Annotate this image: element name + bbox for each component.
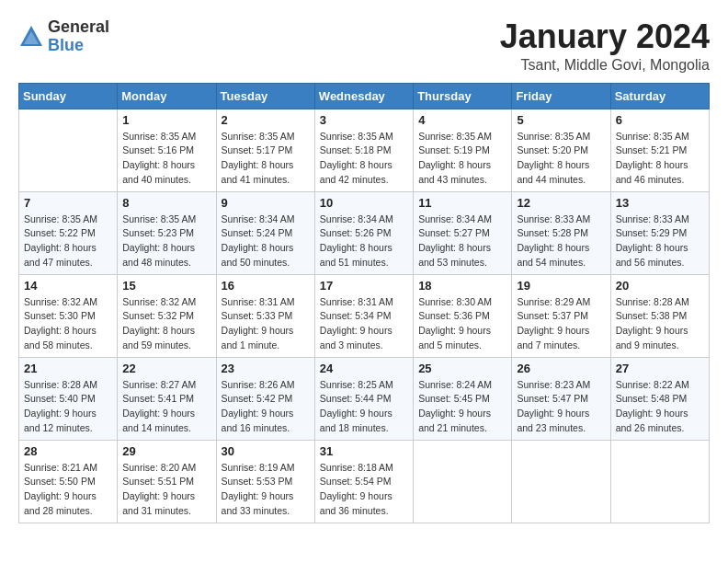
day-number: 10 (320, 196, 408, 210)
day-number: 29 (122, 444, 210, 458)
day-number: 20 (616, 279, 704, 293)
day-number: 9 (222, 196, 310, 210)
header-wednesday: Wednesday (314, 83, 413, 109)
day-cell: 5Sunrise: 8:35 AMSunset: 5:20 PMDaylight… (512, 109, 610, 191)
header-sunday: Sunday (19, 83, 118, 109)
day-cell: 14Sunrise: 8:32 AMSunset: 5:30 PMDayligh… (19, 274, 118, 357)
day-cell: 20Sunrise: 8:28 AMSunset: 5:38 PMDayligh… (610, 274, 709, 357)
day-number: 15 (122, 279, 210, 293)
day-number: 31 (320, 444, 408, 458)
header-friday: Friday (512, 83, 610, 109)
day-number: 5 (517, 113, 605, 127)
day-number: 7 (24, 196, 112, 210)
day-cell (19, 109, 118, 191)
header-monday: Monday (118, 83, 216, 109)
day-info: Sunrise: 8:35 AMSunset: 5:20 PMDaylight:… (517, 130, 605, 188)
day-cell: 25Sunrise: 8:24 AMSunset: 5:45 PMDayligh… (414, 357, 512, 440)
day-number: 24 (320, 362, 408, 375)
day-cell: 12Sunrise: 8:33 AMSunset: 5:28 PMDayligh… (512, 191, 610, 274)
day-number: 27 (616, 362, 704, 375)
day-number: 16 (222, 279, 310, 293)
day-number: 14 (24, 279, 112, 293)
logo: General Blue (18, 18, 109, 55)
day-info: Sunrise: 8:27 AMSunset: 5:41 PMDaylight:… (122, 378, 210, 436)
day-cell: 27Sunrise: 8:22 AMSunset: 5:48 PMDayligh… (610, 357, 709, 440)
day-cell (414, 440, 512, 523)
calendar-title: January 2024 (500, 18, 710, 55)
day-cell: 28Sunrise: 8:21 AMSunset: 5:50 PMDayligh… (19, 440, 118, 523)
day-info: Sunrise: 8:25 AMSunset: 5:44 PMDaylight:… (320, 378, 408, 436)
day-info: Sunrise: 8:35 AMSunset: 5:16 PMDaylight:… (122, 130, 210, 188)
day-info: Sunrise: 8:19 AMSunset: 5:53 PMDaylight:… (222, 461, 310, 519)
day-cell: 6Sunrise: 8:35 AMSunset: 5:21 PMDaylight… (610, 109, 709, 191)
day-number: 30 (222, 444, 310, 458)
day-info: Sunrise: 8:31 AMSunset: 5:34 PMDaylight:… (320, 295, 408, 353)
day-number: 21 (24, 362, 112, 375)
day-info: Sunrise: 8:34 AMSunset: 5:24 PMDaylight:… (222, 213, 310, 270)
day-cell: 18Sunrise: 8:30 AMSunset: 5:36 PMDayligh… (414, 274, 512, 357)
day-cell: 19Sunrise: 8:29 AMSunset: 5:37 PMDayligh… (512, 274, 610, 357)
day-number: 17 (320, 279, 408, 293)
day-info: Sunrise: 8:28 AMSunset: 5:40 PMDaylight:… (24, 378, 112, 436)
day-cell: 1Sunrise: 8:35 AMSunset: 5:16 PMDaylight… (118, 109, 216, 191)
day-number: 3 (320, 113, 408, 127)
header-row: Sunday Monday Tuesday Wednesday Thursday… (19, 83, 710, 109)
day-cell: 2Sunrise: 8:35 AMSunset: 5:17 PMDaylight… (216, 109, 314, 191)
day-cell: 26Sunrise: 8:23 AMSunset: 5:47 PMDayligh… (512, 357, 610, 440)
day-cell: 7Sunrise: 8:35 AMSunset: 5:22 PMDaylight… (19, 191, 118, 274)
day-info: Sunrise: 8:23 AMSunset: 5:47 PMDaylight:… (517, 378, 605, 436)
day-cell: 31Sunrise: 8:18 AMSunset: 5:54 PMDayligh… (314, 440, 413, 523)
day-cell: 29Sunrise: 8:20 AMSunset: 5:51 PMDayligh… (118, 440, 216, 523)
day-cell: 3Sunrise: 8:35 AMSunset: 5:18 PMDaylight… (314, 109, 413, 191)
day-number: 2 (222, 113, 310, 127)
day-cell: 17Sunrise: 8:31 AMSunset: 5:34 PMDayligh… (314, 274, 413, 357)
day-number: 28 (24, 444, 112, 458)
day-info: Sunrise: 8:34 AMSunset: 5:27 PMDaylight:… (418, 213, 506, 270)
logo-text: General Blue (48, 18, 109, 55)
week-row-4: 28Sunrise: 8:21 AMSunset: 5:50 PMDayligh… (19, 440, 710, 523)
day-cell: 13Sunrise: 8:33 AMSunset: 5:29 PMDayligh… (610, 191, 709, 274)
day-cell: 10Sunrise: 8:34 AMSunset: 5:26 PMDayligh… (314, 191, 413, 274)
day-info: Sunrise: 8:24 AMSunset: 5:45 PMDaylight:… (418, 378, 506, 436)
day-number: 25 (418, 362, 506, 375)
day-number: 6 (616, 113, 704, 127)
day-info: Sunrise: 8:35 AMSunset: 5:18 PMDaylight:… (320, 130, 408, 188)
day-info: Sunrise: 8:22 AMSunset: 5:48 PMDaylight:… (616, 378, 704, 436)
day-info: Sunrise: 8:35 AMSunset: 5:22 PMDaylight:… (24, 213, 112, 270)
day-cell: 24Sunrise: 8:25 AMSunset: 5:44 PMDayligh… (314, 357, 413, 440)
day-number: 12 (517, 196, 605, 210)
logo-general: General (48, 18, 109, 37)
day-number: 23 (222, 362, 310, 375)
day-number: 8 (122, 196, 210, 210)
day-number: 4 (418, 113, 506, 127)
week-row-0: 1Sunrise: 8:35 AMSunset: 5:16 PMDaylight… (19, 109, 710, 191)
title-area: January 2024 Tsant, Middle Govi, Mongoli… (500, 18, 710, 74)
day-info: Sunrise: 8:35 AMSunset: 5:17 PMDaylight:… (222, 130, 310, 188)
day-info: Sunrise: 8:32 AMSunset: 5:32 PMDaylight:… (122, 295, 210, 353)
day-cell: 8Sunrise: 8:35 AMSunset: 5:23 PMDaylight… (118, 191, 216, 274)
day-cell (610, 440, 709, 523)
day-number: 19 (517, 279, 605, 293)
logo-blue: Blue (48, 36, 84, 54)
day-info: Sunrise: 8:33 AMSunset: 5:28 PMDaylight:… (517, 213, 605, 270)
logo-icon (18, 24, 44, 50)
calendar-header: Sunday Monday Tuesday Wednesday Thursday… (19, 83, 710, 109)
day-info: Sunrise: 8:18 AMSunset: 5:54 PMDaylight:… (320, 461, 408, 519)
calendar-body: 1Sunrise: 8:35 AMSunset: 5:16 PMDaylight… (19, 109, 710, 523)
day-info: Sunrise: 8:33 AMSunset: 5:29 PMDaylight:… (616, 213, 704, 270)
calendar-subtitle: Tsant, Middle Govi, Mongolia (500, 57, 710, 74)
day-info: Sunrise: 8:21 AMSunset: 5:50 PMDaylight:… (24, 461, 112, 519)
week-row-2: 14Sunrise: 8:32 AMSunset: 5:30 PMDayligh… (19, 274, 710, 357)
day-info: Sunrise: 8:32 AMSunset: 5:30 PMDaylight:… (24, 295, 112, 353)
day-cell: 15Sunrise: 8:32 AMSunset: 5:32 PMDayligh… (118, 274, 216, 357)
day-cell: 30Sunrise: 8:19 AMSunset: 5:53 PMDayligh… (216, 440, 314, 523)
week-row-3: 21Sunrise: 8:28 AMSunset: 5:40 PMDayligh… (19, 357, 710, 440)
day-number: 13 (616, 196, 704, 210)
day-info: Sunrise: 8:31 AMSunset: 5:33 PMDaylight:… (222, 295, 310, 353)
day-cell: 9Sunrise: 8:34 AMSunset: 5:24 PMDaylight… (216, 191, 314, 274)
header: General Blue January 2024 Tsant, Middle … (18, 18, 710, 74)
day-info: Sunrise: 8:30 AMSunset: 5:36 PMDaylight:… (418, 295, 506, 353)
day-cell: 16Sunrise: 8:31 AMSunset: 5:33 PMDayligh… (216, 274, 314, 357)
day-number: 26 (517, 362, 605, 375)
day-number: 18 (418, 279, 506, 293)
